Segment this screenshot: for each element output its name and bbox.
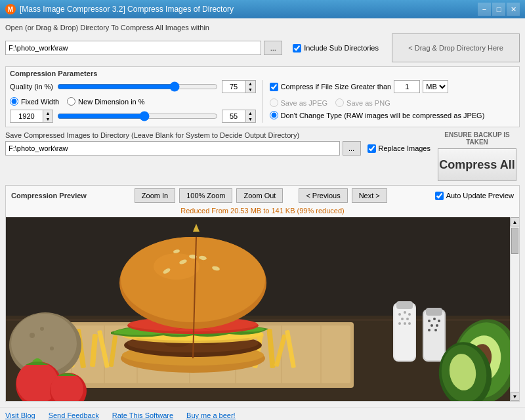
- directory-input[interactable]: [5, 41, 261, 55]
- save-png-label[interactable]: Save as PNG: [335, 98, 390, 107]
- save-directory-input[interactable]: [5, 141, 340, 156]
- quality-row: Quality (in %) ▲ ▼: [10, 80, 256, 93]
- dimension-type-row: Fixed Width New Dimension in %: [10, 97, 256, 106]
- svg-point-57: [406, 318, 409, 320]
- svg-point-65: [433, 318, 436, 320]
- filesize-row: Compress if File Size Greater than MB KB…: [270, 80, 516, 93]
- scrollbar-thumb[interactable]: [511, 228, 518, 254]
- minimize-button[interactable]: −: [478, 3, 491, 16]
- auto-update-label: Auto Update Preview: [446, 192, 514, 200]
- svg-point-69: [428, 329, 430, 331]
- drag-drop-area[interactable]: < Drag & Drop Directory Here: [392, 33, 520, 62]
- dimension-percent-input[interactable]: [222, 110, 245, 123]
- quality-slider[interactable]: [57, 81, 217, 92]
- ensure-backup-label: ENSURE BACKUP IS TAKEN: [434, 131, 520, 146]
- scrollbar-up-arrow[interactable]: ▲: [511, 217, 520, 226]
- zoom-100-button[interactable]: 100% Zoom: [179, 188, 232, 203]
- svg-point-55: [408, 313, 411, 316]
- svg-point-58: [398, 322, 401, 325]
- send-feedback-link[interactable]: Send Feedback: [49, 411, 99, 419]
- fixed-width-input[interactable]: [10, 110, 43, 123]
- svg-point-64: [428, 320, 430, 322]
- filesize-input[interactable]: [394, 80, 420, 93]
- buy-beer-link[interactable]: Buy me a beer!: [186, 411, 236, 419]
- save-jpeg-radio[interactable]: [270, 98, 278, 107]
- save-png-radio[interactable]: [335, 98, 344, 107]
- scrollbar-down-arrow[interactable]: ▼: [511, 392, 520, 401]
- svg-point-35: [121, 237, 265, 322]
- svg-point-59: [404, 322, 406, 325]
- footer: Visit Blog Send Feedback Rate This Softw…: [0, 407, 525, 420]
- compression-params-section: Compression Parameters Quality (in %) ▲ …: [5, 66, 520, 127]
- svg-rect-52: [396, 301, 413, 309]
- fixed-width-up-button[interactable]: ▲: [43, 110, 52, 116]
- browse-button[interactable]: ...: [264, 41, 282, 55]
- filesize-unit-select[interactable]: MB KB GB: [423, 80, 448, 93]
- svg-point-48: [50, 346, 54, 350]
- quality-value-input[interactable]: [222, 80, 245, 93]
- new-dimension-radio[interactable]: [67, 97, 75, 106]
- zoom-in-button[interactable]: Zoom In: [135, 188, 175, 203]
- dimension-percent-spinbox: ▲ ▼: [222, 110, 256, 123]
- visit-blog-link[interactable]: Visit Blog: [5, 411, 35, 419]
- save-jpeg-label[interactable]: Save as JPEG: [270, 98, 328, 107]
- preview-label: Compression Preview: [11, 192, 87, 200]
- dimension-percent-up-button[interactable]: ▲: [246, 110, 255, 116]
- replace-images-checkbox[interactable]: [368, 144, 376, 153]
- title-bar-controls: − □ ✕: [478, 3, 520, 16]
- quality-down-button[interactable]: ▼: [246, 87, 255, 93]
- compress-all-button[interactable]: Compress All: [438, 148, 516, 181]
- title-bar-text: [Mass Image Compressor 3.2] Compress Ima…: [20, 5, 478, 14]
- svg-point-60: [408, 322, 411, 325]
- fixed-width-spinbox: ▲ ▼: [10, 110, 53, 123]
- title-bar: M [Mass Image Compressor 3.2] Compress I…: [0, 0, 525, 18]
- new-dimension-radio-label[interactable]: New Dimension in %: [67, 97, 144, 106]
- fixed-width-radio-label[interactable]: Fixed Width: [10, 97, 59, 106]
- quality-up-button[interactable]: ▲: [246, 81, 255, 87]
- save-browse-button[interactable]: ...: [343, 141, 361, 156]
- include-subdirs-checkbox[interactable]: [293, 44, 301, 52]
- auto-update-checkbox[interactable]: [435, 192, 444, 200]
- app-icon: M: [5, 4, 16, 14]
- preview-image: [6, 217, 519, 401]
- dimension-row: ▲ ▼ ▲ ▼: [10, 110, 256, 123]
- dimension-percent-down-button[interactable]: ▼: [246, 116, 255, 122]
- directory-section: Open (or Drag & Drop) Directory To Compr…: [5, 24, 520, 62]
- svg-rect-63: [426, 308, 442, 316]
- scrollbar-track[interactable]: [511, 226, 519, 392]
- main-content: Open (or Drag & Drop) Directory To Compr…: [0, 18, 525, 407]
- preview-scrollbar[interactable]: ▲ ▼: [510, 217, 519, 401]
- preview-section: Compression Preview Zoom In 100% Zoom Zo…: [5, 185, 520, 402]
- svg-point-56: [401, 318, 404, 320]
- rate-software-link[interactable]: Rate This Software: [112, 411, 173, 419]
- save-type-row: Save as JPEG Save as PNG: [270, 98, 516, 107]
- save-directory-label: Save Compressed Images to Directory (Lea…: [5, 131, 430, 139]
- svg-point-54: [404, 311, 406, 314]
- zoom-out-button[interactable]: Zoom Out: [236, 188, 283, 203]
- svg-point-49: [40, 327, 44, 331]
- dont-change-type-radio[interactable]: [270, 111, 278, 119]
- compression-params-label: Compression Parameters: [10, 70, 515, 77]
- dont-change-type-label[interactable]: Don't Change Type (RAW images will be co…: [270, 111, 516, 119]
- preview-info: Reduced From 20.53 MB to 141 KB (99% red…: [6, 205, 519, 217]
- dimension-slider[interactable]: [57, 111, 218, 121]
- maximize-button[interactable]: □: [492, 3, 505, 16]
- close-button[interactable]: ✕: [507, 3, 520, 16]
- auto-update-row: Auto Update Preview: [435, 192, 514, 200]
- save-directory-section: Save Compressed Images to Directory (Lea…: [5, 131, 430, 156]
- preview-header: Compression Preview Zoom In 100% Zoom Zo…: [6, 186, 519, 205]
- preview-image-container: ▲ ▼: [6, 217, 519, 401]
- previous-button[interactable]: < Previous: [299, 188, 347, 203]
- replace-images-label[interactable]: Replace Images: [368, 144, 431, 153]
- next-button[interactable]: Next >: [352, 188, 387, 203]
- save-compress-row: Save Compressed Images to Directory (Lea…: [5, 131, 520, 181]
- svg-point-47: [30, 333, 35, 338]
- filesize-checkbox[interactable]: [270, 83, 278, 91]
- fixed-width-down-button[interactable]: ▼: [43, 116, 52, 122]
- svg-point-66: [438, 320, 440, 322]
- svg-point-67: [430, 324, 433, 327]
- quality-spinbox: ▲ ▼: [222, 80, 256, 93]
- fixed-width-radio[interactable]: [10, 97, 18, 106]
- svg-point-68: [436, 324, 438, 327]
- include-subdirs-label[interactable]: Include Sub Directories: [293, 44, 379, 52]
